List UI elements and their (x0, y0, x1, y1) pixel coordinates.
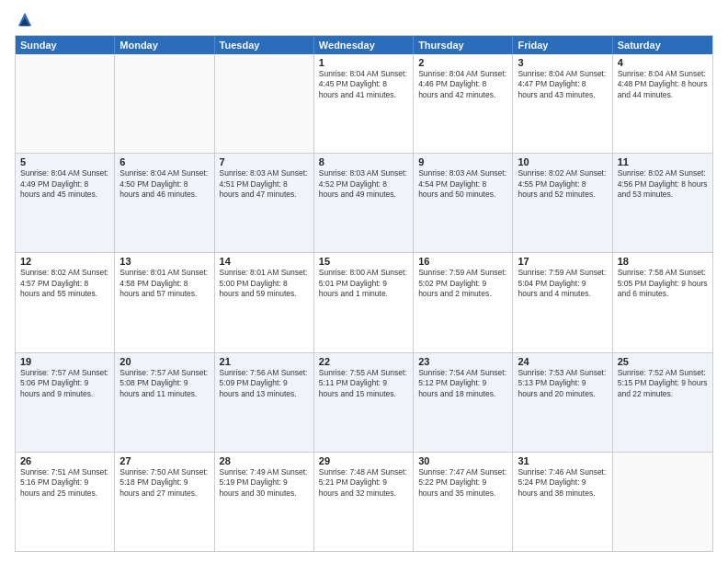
day-info: Sunrise: 8:04 AM Sunset: 4:49 PM Dayligh… (20, 168, 109, 200)
day-info: Sunrise: 8:01 AM Sunset: 5:00 PM Dayligh… (220, 268, 309, 299)
day-info: Sunrise: 7:54 AM Sunset: 5:12 PM Dayligh… (418, 368, 507, 399)
day-info: Sunrise: 7:57 AM Sunset: 5:08 PM Dayligh… (119, 368, 209, 399)
day-number: 28 (220, 455, 309, 466)
day-cell-24: 24Sunrise: 7:53 AM Sunset: 5:13 PM Dayli… (513, 353, 612, 452)
page: SundayMondayTuesdayWednesdayThursdayFrid… (0, 0, 728, 563)
day-number: 19 (20, 356, 109, 367)
day-number: 18 (618, 256, 708, 267)
day-number: 15 (319, 256, 408, 267)
day-cell-18: 18Sunrise: 7:58 AM Sunset: 5:05 PM Dayli… (613, 253, 712, 351)
day-info: Sunrise: 8:04 AM Sunset: 4:46 PM Dayligh… (418, 69, 507, 100)
day-cell-9: 9Sunrise: 8:03 AM Sunset: 4:54 PM Daylig… (414, 154, 513, 252)
day-cell-15: 15Sunrise: 8:00 AM Sunset: 5:01 PM Dayli… (314, 253, 414, 351)
day-info: Sunrise: 8:03 AM Sunset: 4:54 PM Dayligh… (418, 168, 507, 200)
day-cell-17: 17Sunrise: 7:59 AM Sunset: 5:04 PM Dayli… (513, 253, 612, 351)
empty-cell (16, 54, 115, 153)
day-info: Sunrise: 8:02 AM Sunset: 4:55 PM Dayligh… (518, 168, 607, 200)
day-info: Sunrise: 8:04 AM Sunset: 4:48 PM Dayligh… (618, 69, 708, 100)
day-cell-16: 16Sunrise: 7:59 AM Sunset: 5:02 PM Dayli… (414, 253, 513, 351)
day-number: 17 (518, 256, 607, 267)
empty-cell (115, 54, 214, 153)
day-number: 1 (319, 57, 408, 68)
week-row-4: 26Sunrise: 7:51 AM Sunset: 5:16 PM Dayli… (16, 453, 712, 551)
day-number: 3 (518, 57, 607, 68)
day-number: 10 (518, 156, 607, 167)
day-cell-29: 29Sunrise: 7:48 AM Sunset: 5:21 PM Dayli… (314, 453, 414, 551)
day-cell-19: 19Sunrise: 7:57 AM Sunset: 5:06 PM Dayli… (16, 353, 115, 452)
calendar: SundayMondayTuesdayWednesdayThursdayFrid… (15, 35, 713, 552)
week-row-0: 1Sunrise: 8:04 AM Sunset: 4:45 PM Daylig… (16, 54, 712, 154)
day-info: Sunrise: 8:04 AM Sunset: 4:45 PM Dayligh… (319, 69, 408, 100)
header-cell-sunday: Sunday (16, 36, 115, 54)
day-number: 11 (618, 156, 708, 167)
day-info: Sunrise: 8:02 AM Sunset: 4:56 PM Dayligh… (618, 168, 708, 200)
day-number: 23 (418, 356, 507, 367)
day-info: Sunrise: 7:46 AM Sunset: 5:24 PM Dayligh… (518, 467, 607, 499)
day-number: 30 (418, 455, 507, 466)
day-info: Sunrise: 7:51 AM Sunset: 5:16 PM Dayligh… (20, 467, 109, 499)
week-row-2: 12Sunrise: 8:02 AM Sunset: 4:57 PM Dayli… (16, 253, 712, 352)
day-info: Sunrise: 7:58 AM Sunset: 5:05 PM Dayligh… (618, 268, 708, 299)
day-number: 16 (418, 256, 507, 267)
day-info: Sunrise: 7:50 AM Sunset: 5:18 PM Dayligh… (119, 467, 209, 499)
header-cell-friday: Friday (513, 36, 612, 54)
day-cell-4: 4Sunrise: 8:04 AM Sunset: 4:48 PM Daylig… (613, 54, 712, 153)
day-number: 7 (220, 156, 309, 167)
day-info: Sunrise: 7:57 AM Sunset: 5:06 PM Dayligh… (20, 368, 109, 399)
day-cell-7: 7Sunrise: 8:03 AM Sunset: 4:51 PM Daylig… (215, 154, 314, 252)
day-cell-30: 30Sunrise: 7:47 AM Sunset: 5:22 PM Dayli… (414, 453, 513, 551)
week-row-3: 19Sunrise: 7:57 AM Sunset: 5:06 PM Dayli… (16, 353, 712, 453)
day-number: 13 (119, 256, 209, 267)
header (15, 11, 713, 28)
day-number: 6 (119, 156, 209, 167)
header-cell-monday: Monday (115, 36, 214, 54)
logo (15, 11, 33, 28)
day-info: Sunrise: 8:04 AM Sunset: 4:50 PM Dayligh… (119, 168, 209, 200)
day-cell-1: 1Sunrise: 8:04 AM Sunset: 4:45 PM Daylig… (314, 54, 414, 153)
day-info: Sunrise: 7:55 AM Sunset: 5:11 PM Dayligh… (319, 368, 408, 399)
day-number: 27 (119, 455, 209, 466)
day-info: Sunrise: 7:53 AM Sunset: 5:13 PM Dayligh… (518, 368, 607, 399)
day-cell-11: 11Sunrise: 8:02 AM Sunset: 4:56 PM Dayli… (613, 154, 712, 252)
day-info: Sunrise: 7:59 AM Sunset: 5:02 PM Dayligh… (418, 268, 507, 299)
day-info: Sunrise: 7:59 AM Sunset: 5:04 PM Dayligh… (518, 268, 607, 299)
day-cell-22: 22Sunrise: 7:55 AM Sunset: 5:11 PM Dayli… (314, 353, 414, 452)
day-number: 20 (119, 356, 209, 367)
day-info: Sunrise: 7:48 AM Sunset: 5:21 PM Dayligh… (319, 467, 408, 499)
day-cell-2: 2Sunrise: 8:04 AM Sunset: 4:46 PM Daylig… (414, 54, 513, 153)
day-info: Sunrise: 8:03 AM Sunset: 4:52 PM Dayligh… (319, 168, 408, 200)
header-cell-tuesday: Tuesday (215, 36, 314, 54)
calendar-header: SundayMondayTuesdayWednesdayThursdayFrid… (16, 36, 712, 54)
day-cell-27: 27Sunrise: 7:50 AM Sunset: 5:18 PM Dayli… (115, 453, 214, 551)
day-number: 4 (618, 57, 708, 68)
day-number: 9 (418, 156, 507, 167)
day-info: Sunrise: 7:47 AM Sunset: 5:22 PM Dayligh… (418, 467, 507, 499)
header-cell-saturday: Saturday (613, 36, 712, 54)
day-cell-20: 20Sunrise: 7:57 AM Sunset: 5:08 PM Dayli… (115, 353, 214, 452)
day-cell-8: 8Sunrise: 8:03 AM Sunset: 4:52 PM Daylig… (314, 154, 414, 252)
day-cell-31: 31Sunrise: 7:46 AM Sunset: 5:24 PM Dayli… (513, 453, 612, 551)
day-cell-5: 5Sunrise: 8:04 AM Sunset: 4:49 PM Daylig… (16, 154, 115, 252)
day-cell-26: 26Sunrise: 7:51 AM Sunset: 5:16 PM Dayli… (16, 453, 115, 551)
day-info: Sunrise: 8:02 AM Sunset: 4:57 PM Dayligh… (20, 268, 109, 299)
header-cell-wednesday: Wednesday (314, 36, 414, 54)
day-cell-23: 23Sunrise: 7:54 AM Sunset: 5:12 PM Dayli… (414, 353, 513, 452)
day-number: 5 (20, 156, 109, 167)
day-info: Sunrise: 7:56 AM Sunset: 5:09 PM Dayligh… (220, 368, 309, 399)
day-number: 29 (319, 455, 408, 466)
day-number: 25 (618, 356, 708, 367)
day-cell-14: 14Sunrise: 8:01 AM Sunset: 5:00 PM Dayli… (215, 253, 314, 351)
day-cell-10: 10Sunrise: 8:02 AM Sunset: 4:55 PM Dayli… (513, 154, 612, 252)
day-number: 12 (20, 256, 109, 267)
day-cell-12: 12Sunrise: 8:02 AM Sunset: 4:57 PM Dayli… (16, 253, 115, 351)
day-number: 14 (220, 256, 309, 267)
day-cell-21: 21Sunrise: 7:56 AM Sunset: 5:09 PM Dayli… (215, 353, 314, 452)
day-number: 2 (418, 57, 507, 68)
day-info: Sunrise: 7:52 AM Sunset: 5:15 PM Dayligh… (618, 368, 708, 399)
calendar-body: 1Sunrise: 8:04 AM Sunset: 4:45 PM Daylig… (16, 54, 712, 551)
logo-triangle-icon (17, 11, 33, 28)
day-number: 21 (220, 356, 309, 367)
day-cell-25: 25Sunrise: 7:52 AM Sunset: 5:15 PM Dayli… (613, 353, 712, 452)
day-info: Sunrise: 8:04 AM Sunset: 4:47 PM Dayligh… (518, 69, 607, 100)
week-row-1: 5Sunrise: 8:04 AM Sunset: 4:49 PM Daylig… (16, 154, 712, 253)
